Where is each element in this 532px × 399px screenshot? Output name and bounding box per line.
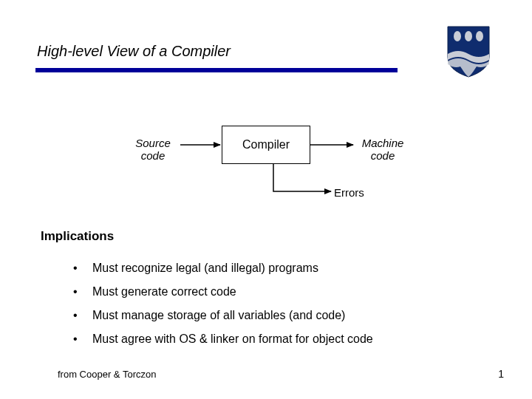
list-item: Must recognize legal (and illegal) progr… <box>70 262 514 275</box>
footer-attribution: from Cooper & Torczon <box>58 369 156 380</box>
list-item: Must generate correct code <box>70 285 514 299</box>
bullet-list: Must recognize legal (and illegal) progr… <box>41 262 514 356</box>
arrow-compiler-to-errors <box>273 164 331 191</box>
section-heading: Implications <box>41 229 114 244</box>
diagram-arrows <box>0 0 532 222</box>
compiler-diagram: Source code Compiler Machine code Errors <box>0 0 532 222</box>
list-item: Must agree with OS & linker on format fo… <box>70 332 514 346</box>
page-number: 1 <box>498 368 504 380</box>
list-item: Must manage storage of all variables (an… <box>70 309 514 322</box>
slide: High-level View of a Compiler Source cod… <box>0 0 532 399</box>
